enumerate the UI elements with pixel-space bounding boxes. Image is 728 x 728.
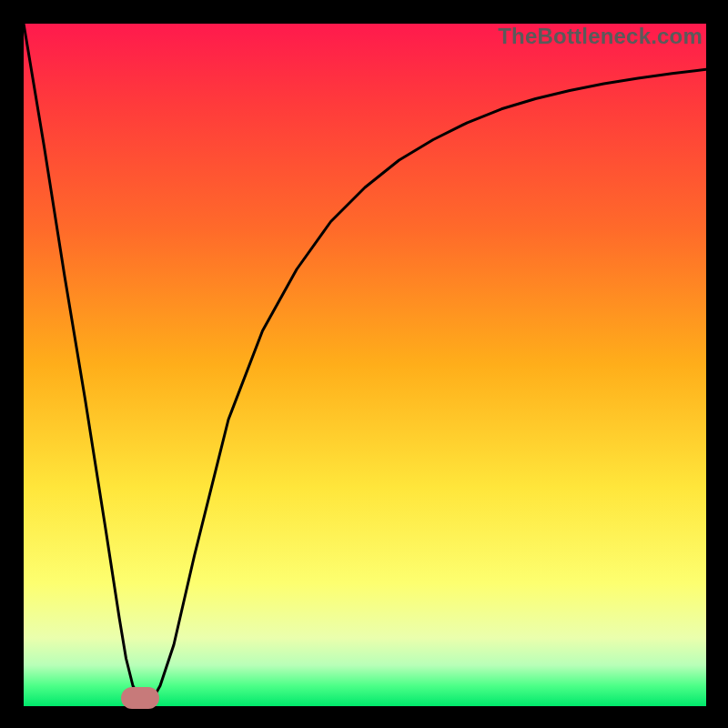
curve-line xyxy=(24,24,706,701)
minimum-marker xyxy=(121,687,159,709)
chart-frame: TheBottleneck.com xyxy=(0,0,728,728)
plot-area: TheBottleneck.com xyxy=(24,24,706,706)
chart-curves xyxy=(24,24,706,706)
